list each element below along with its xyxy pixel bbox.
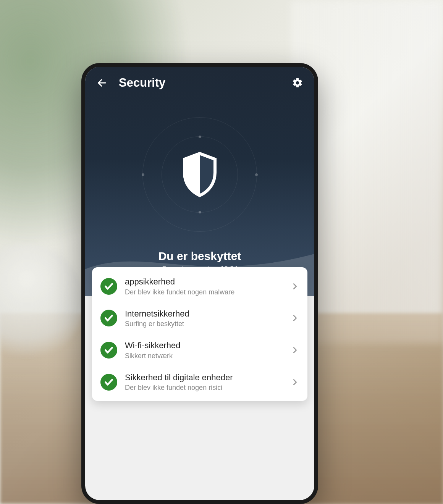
settings-button[interactable]	[290, 75, 305, 90]
gear-icon	[292, 77, 303, 89]
check-icon	[104, 377, 114, 387]
check-badge	[100, 278, 117, 295]
app-bar: Security	[85, 67, 314, 99]
row-subtitle: Der blev ikke fundet nogen risici	[125, 384, 283, 392]
shield-zone	[85, 99, 314, 250]
row-internet-security[interactable]: Internetsikkerhed Surfing er beskyttet	[92, 302, 307, 334]
row-text: Internetsikkerhed Surfing er beskyttet	[125, 309, 283, 328]
row-subtitle: Surfing er beskyttet	[125, 320, 283, 328]
phone-screen: Security	[85, 67, 314, 500]
check-badge	[100, 342, 117, 359]
check-badge	[100, 374, 117, 391]
orbit-dot	[142, 173, 144, 176]
chevron-right-icon	[291, 314, 299, 322]
row-text: Sikkerhed til digitale enheder Der blev …	[125, 372, 283, 392]
orbit-ring-outer	[142, 117, 257, 232]
check-icon	[104, 345, 114, 355]
hero-section: Security	[85, 67, 314, 296]
row-text: Wi-fi-sikkerhed Sikkert netværk	[125, 340, 283, 360]
row-subtitle: Sikkert netværk	[125, 352, 283, 360]
security-card: appsikkerhed Der blev ikke fundet nogen …	[92, 267, 307, 401]
chevron-right-icon	[291, 346, 299, 354]
check-icon	[104, 313, 114, 323]
row-app-security[interactable]: appsikkerhed Der blev ikke fundet nogen …	[92, 270, 307, 302]
arrow-left-icon	[97, 78, 107, 88]
row-title: appsikkerhed	[125, 276, 283, 288]
row-text: appsikkerhed Der blev ikke fundet nogen …	[125, 276, 283, 296]
page-title: Security	[119, 76, 281, 90]
check-badge	[100, 310, 117, 326]
orbit-dot	[255, 173, 258, 176]
chevron-right-icon	[291, 378, 299, 386]
row-title: Wi-fi-sikkerhed	[125, 340, 283, 351]
row-wifi-security[interactable]: Wi-fi-sikkerhed Sikkert netværk	[92, 334, 307, 366]
row-device-security[interactable]: Sikkerhed til digitale enheder Der blev …	[92, 366, 307, 398]
row-title: Sikkerhed til digitale enheder	[125, 372, 283, 383]
row-subtitle: Der blev ikke fundet nogen malware	[125, 288, 283, 296]
row-title: Internetsikkerhed	[125, 309, 283, 320]
chevron-right-icon	[291, 282, 299, 291]
check-icon	[104, 281, 114, 291]
back-button[interactable]	[94, 75, 110, 90]
phone-frame: Security	[81, 63, 318, 504]
